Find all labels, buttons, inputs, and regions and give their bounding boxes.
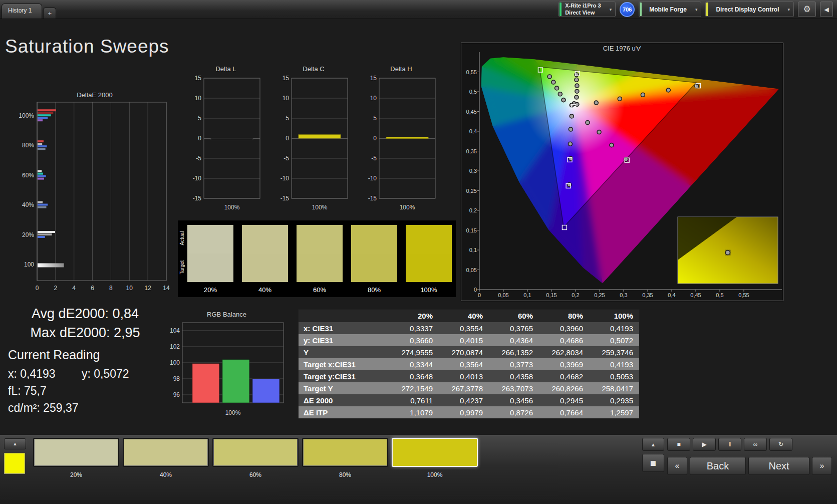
plus-icon: + — [48, 10, 52, 17]
delta-l-chart: Delta L 151050-5-10-15100% — [188, 65, 264, 220]
back-button[interactable]: Back — [690, 457, 746, 475]
table-row-label: Target Y — [299, 384, 389, 393]
saturation-patch: 80% — [351, 225, 397, 294]
meter-name: X-Rite i1Pro 3 — [565, 3, 601, 9]
current-reading-title: Current Reading — [8, 348, 129, 362]
stop-icon[interactable]: ■ — [667, 438, 690, 451]
table-cell: 0,3773 — [489, 360, 539, 369]
table-cell: 0,3554 — [439, 324, 489, 333]
svg-text:104: 104 — [170, 327, 180, 334]
svg-text:0,05: 0,05 — [466, 267, 477, 273]
svg-text:100%: 100% — [400, 204, 415, 211]
svg-text:0,5: 0,5 — [469, 89, 477, 95]
svg-text:0,45: 0,45 — [466, 109, 477, 115]
chevron-down-icon: ▾ — [607, 7, 615, 12]
svg-text:10: 10 — [195, 95, 202, 102]
svg-text:0,2: 0,2 — [469, 207, 477, 213]
patch-label: 40% — [242, 286, 288, 294]
table-cell: 0,7611 — [389, 396, 439, 405]
current-fl: fL: 75,7 — [8, 384, 129, 398]
table-cell: 266,1352 — [489, 348, 539, 357]
svg-text:0,55: 0,55 — [466, 69, 477, 75]
meter-mode: Direct View — [565, 10, 601, 16]
patch-label: 80% — [351, 286, 397, 294]
svg-text:96: 96 — [173, 391, 180, 398]
target-patch — [242, 254, 288, 282]
meter-dropdown[interactable]: X-Rite i1Pro 3 Direct View ▾ — [559, 2, 616, 17]
svg-text:102: 102 — [170, 343, 180, 350]
saturation-patch: 40% — [242, 225, 288, 294]
svg-text:0: 0 — [198, 135, 201, 142]
panel-scroll-up-button[interactable]: ▲ — [642, 438, 664, 451]
table-row-label: Target x:CIE31 — [299, 360, 389, 369]
svg-text:0,1: 0,1 — [523, 292, 531, 298]
delta-l-chart-title: Delta L — [188, 65, 264, 73]
table-cell: 258,0417 — [589, 384, 639, 393]
target-patch — [187, 254, 233, 282]
pattern-scroll-up-button[interactable]: ▲ — [4, 438, 26, 449]
pattern-swatch-label: 100% — [392, 471, 478, 478]
table-row-label: x: CIE31 — [299, 324, 389, 333]
top-bar: History 1 + X-Rite i1Pro 3 Direct View ▾… — [0, 0, 837, 19]
svg-text:5: 5 — [373, 115, 377, 122]
layout-button[interactable]: ◼ — [642, 454, 664, 472]
svg-text:-10: -10 — [281, 175, 290, 182]
add-tab-button[interactable]: + — [43, 8, 56, 19]
table-cell: 0,3660 — [389, 336, 439, 345]
table-row-label: ΔE 2000 — [299, 396, 389, 405]
custom-color-swatch[interactable] — [4, 453, 25, 474]
tab-history[interactable]: History 1 — [2, 4, 42, 19]
source-dropdown[interactable]: Mobile Forge ▾ — [639, 2, 701, 17]
pattern-swatch-40%[interactable]: 40% — [123, 438, 209, 478]
table-header-cell: 80% — [539, 312, 589, 320]
deltae-summary: Avg dE2000: 0,84 Max dE2000: 2,95 — [14, 305, 156, 343]
svg-text:0,3: 0,3 — [469, 168, 477, 174]
rgb-balance-chart-plot: 9698100102104100% — [165, 319, 288, 418]
play-icon[interactable]: ▶ — [693, 438, 716, 451]
svg-text:12: 12 — [144, 285, 151, 292]
deltae2000-chart-plot: 02468101214100%80%60%40%20%100 — [19, 99, 170, 297]
pattern-swatch-80%[interactable]: 80% — [302, 438, 388, 478]
table-cell: 0,7664 — [539, 408, 589, 417]
svg-text:0: 0 — [36, 285, 39, 292]
settings-button[interactable]: ⚙ — [798, 2, 816, 17]
pattern-swatch-20%[interactable]: 20% — [33, 438, 119, 478]
table-cell: 267,3778 — [439, 384, 489, 393]
delta-h-chart: Delta H 151050-5-10-15100% — [363, 65, 439, 220]
table-cell: 0,4193 — [589, 324, 639, 333]
nav-first-button[interactable]: « — [667, 457, 687, 475]
meter-count-badge[interactable]: 706 — [620, 2, 635, 17]
refresh-icon[interactable]: ↻ — [769, 438, 792, 451]
svg-text:0: 0 — [373, 135, 377, 142]
next-button[interactable]: Next — [748, 457, 809, 475]
table-cell: 259,3746 — [589, 348, 639, 357]
transport-row: ■▶‖∞↻ — [667, 438, 832, 451]
svg-text:-15: -15 — [368, 195, 377, 202]
pattern-swatch-100%[interactable]: 100% — [392, 438, 478, 478]
pattern-swatch-color — [302, 438, 388, 467]
svg-text:0: 0 — [286, 135, 289, 142]
actual-patch — [242, 225, 288, 254]
table-cell: 274,9555 — [389, 348, 439, 357]
svg-text:0,25: 0,25 — [594, 292, 605, 298]
svg-text:0,35: 0,35 — [466, 148, 477, 154]
current-x: x: 0,4193 — [8, 367, 56, 380]
display-control-dropdown[interactable]: Direct Display Control ▾ — [705, 2, 794, 17]
pattern-swatch-60%[interactable]: 60% — [212, 438, 299, 478]
svg-text:100: 100 — [24, 261, 34, 268]
nav-last-button[interactable]: » — [812, 457, 832, 475]
continuous-icon[interactable]: ∞ — [744, 438, 767, 451]
target-patch — [351, 254, 397, 282]
svg-text:-10: -10 — [368, 175, 377, 182]
table-cell: 0,4364 — [489, 336, 539, 345]
pattern-swatch-label: 20% — [33, 471, 119, 478]
measurement-table: 20%40%60%80%100%x: CIE310,33370,35540,37… — [298, 309, 640, 419]
svg-text:10: 10 — [126, 285, 133, 292]
svg-text:6: 6 — [91, 285, 94, 292]
collapse-panel-button[interactable]: ◀ — [820, 2, 833, 17]
pause-icon[interactable]: ‖ — [718, 438, 741, 451]
saturation-patch: 100% — [406, 225, 452, 294]
display-control-name: Direct Display Control — [712, 6, 779, 13]
svg-text:0,25: 0,25 — [466, 188, 477, 194]
target-patch — [406, 254, 452, 282]
